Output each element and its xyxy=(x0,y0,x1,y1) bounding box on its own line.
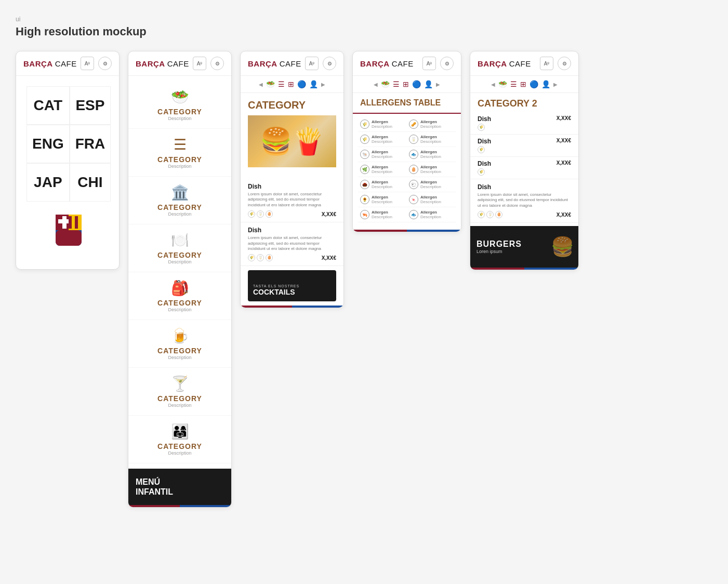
category-desc-2: Description xyxy=(168,164,191,169)
allergen-item-7: 🌿 AllergenDescription xyxy=(358,162,407,177)
nav-prev[interactable]: ◀ xyxy=(259,82,263,87)
accessibility-icon-s5[interactable]: Aᵍ xyxy=(540,57,553,70)
dish-row-price-3: X,XX€ xyxy=(557,160,571,166)
dish-row-name-2: Dish xyxy=(478,138,552,145)
cocktail-small-text: TASTA ELS NOSTRES xyxy=(253,284,331,288)
dish-name-1: Dish xyxy=(248,183,336,190)
lang-fra[interactable]: FRA xyxy=(70,125,111,163)
allergen-text-5: AllergenDescription xyxy=(372,150,392,159)
allergen-icon-3: 🌾 xyxy=(360,135,369,144)
allergen-dot-1b: 🥛 xyxy=(257,210,264,218)
nav-next-s5[interactable]: ▶ xyxy=(553,82,558,87)
nav-icon-s5-3[interactable]: ⊞ xyxy=(520,80,526,88)
lang-cat[interactable]: CAT xyxy=(27,86,70,125)
allergen-item-5: 🐚 AllergenDescription xyxy=(358,147,407,162)
nav-icon-s4-4[interactable]: 🔵 xyxy=(412,80,421,88)
nav-icon-s5-1[interactable]: 🥗 xyxy=(498,80,507,88)
brand-logo-s5: BARÇA CAFE xyxy=(478,59,531,68)
category-icon-3: 🏛️ xyxy=(171,184,189,201)
category-item-4[interactable]: 🍽️ CATEGORY Description xyxy=(128,224,231,272)
nav-next[interactable]: ▶ xyxy=(321,82,325,87)
nav-icon-4[interactable]: 🔵 xyxy=(297,80,306,88)
allergen-text-6: AllergenDescription xyxy=(420,150,441,159)
nav-icon-5[interactable]: 👤 xyxy=(309,80,318,88)
category-name-5: CATEGORY xyxy=(157,299,202,307)
settings-icon-s2[interactable]: ⚙ xyxy=(210,57,224,70)
allergen-icon-7: 🌿 xyxy=(360,165,369,174)
nav-icon-2[interactable]: ☰ xyxy=(278,80,285,88)
dish-entry-full[interactable]: Dish Lorem ipsum dolor sit amet, consect… xyxy=(470,179,578,223)
category-item-7[interactable]: 🍸 CATEGORY Description xyxy=(128,368,231,416)
nav-prev-s4[interactable]: ◀ xyxy=(374,82,378,87)
accessibility-icon[interactable]: Aᵍ xyxy=(81,57,94,70)
settings-icon-s3[interactable]: ⚙ xyxy=(323,57,336,70)
category-name-1: CATEGORY xyxy=(157,108,202,116)
nav-prev-s5[interactable]: ◀ xyxy=(491,82,495,87)
allergen-text-8: AllergenDescription xyxy=(420,165,441,174)
category-item-8[interactable]: 👨‍👩‍👧 CATEGORY Description xyxy=(128,416,231,463)
category-item-1[interactable]: 🥗 CATEGORY Description xyxy=(128,81,231,129)
accessibility-icon-s4[interactable]: Aᵍ xyxy=(422,57,436,70)
category-name-2: CATEGORY xyxy=(157,155,202,164)
burgers-banner[interactable]: BURGERS Loren ipsum 🍔 xyxy=(470,226,578,268)
dish-row-1-left: Dish 🌾 xyxy=(478,115,552,131)
svg-rect-8 xyxy=(75,216,78,229)
dish-full-name: Dish xyxy=(478,183,571,191)
allergen-dot-1a: 🌾 xyxy=(248,210,255,218)
allergen-icon-10: 🐑 xyxy=(409,180,418,189)
nav-icon-s5-5[interactable]: 👤 xyxy=(541,80,550,88)
category-desc-6: Description xyxy=(168,355,191,360)
dish-row-1[interactable]: Dish 🌾 X,XX€ xyxy=(470,112,578,135)
allergen-text-3: AllergenDescription xyxy=(372,135,392,144)
screen2-header: BARÇA CAFE Aᵍ ⚙ xyxy=(128,51,231,76)
allergen-text-7: AllergenDescription xyxy=(372,165,392,174)
nav-icon-s4-5[interactable]: 👤 xyxy=(424,80,433,88)
accessibility-icon-s2[interactable]: Aᵍ xyxy=(193,57,206,70)
brand-cafe-s4: CAFE xyxy=(392,59,414,68)
dish-full-allergens: 🌾 🥛 🥚 xyxy=(478,211,502,218)
lang-chi[interactable]: CHI xyxy=(70,163,111,202)
dish-full-price: X,XX€ xyxy=(557,212,571,218)
settings-icon-s5[interactable]: ⚙ xyxy=(558,57,571,70)
cocktail-big-text: COCKTAILS xyxy=(253,288,331,296)
accessibility-icon-s3[interactable]: Aᵍ xyxy=(305,57,319,70)
category2-title: CATEGORY 2 xyxy=(470,93,578,112)
allergen-dot-r2a: 🌾 xyxy=(478,146,485,153)
settings-icon-s4[interactable]: ⚙ xyxy=(440,57,454,70)
category-item-5[interactable]: 🎒 CATEGORY Description xyxy=(128,272,231,320)
dish-entry-2[interactable]: Dish Lorem ipsum dolor sit amet, consect… xyxy=(241,222,343,266)
category-item-2[interactable]: ☰ CATEGORY Description xyxy=(128,129,231,177)
category-item-6[interactable]: 🍺 CATEGORY Description xyxy=(128,320,231,368)
lang-jap[interactable]: JAP xyxy=(27,163,70,202)
menu-infantil-banner[interactable]: MENÚ INFANTIL xyxy=(128,469,231,505)
lang-esp[interactable]: ESP xyxy=(70,86,111,125)
nav-icon-s5-2[interactable]: ☰ xyxy=(510,80,517,88)
header-icons-s1: Aᵍ ⚙ xyxy=(81,57,112,70)
screen1-header: BARÇA CAFE Aᵍ ⚙ xyxy=(16,51,119,76)
nav-next-s4[interactable]: ▶ xyxy=(436,82,440,87)
footer-stripe-s5 xyxy=(470,268,578,270)
nav-icon-1[interactable]: 🥗 xyxy=(266,80,275,88)
allergen-text-1: AllergenDescription xyxy=(372,120,392,129)
cocktails-banner[interactable]: TASTA ELS NOSTRES COCKTAILS xyxy=(248,270,336,301)
allergen-icon-1: 🌾 xyxy=(360,120,369,129)
lang-eng[interactable]: ENG xyxy=(27,125,70,163)
footer-stripe-s3 xyxy=(241,306,343,308)
nav-icon-s5-4[interactable]: 🔵 xyxy=(530,80,538,88)
dish-entry-1[interactable]: Dish Lorem ipsum dolor sit amet, consect… xyxy=(241,179,343,222)
allergen-item-13: 🦐 AllergenDescription xyxy=(358,207,407,222)
screen-categories: BARÇA CAFE Aᵍ ⚙ 🥗 CATEGORY Description ☰… xyxy=(128,51,232,508)
dish-row-2-left: Dish 🌾 xyxy=(478,138,552,153)
category-name-4: CATEGORY xyxy=(157,251,202,259)
category-list: 🥗 CATEGORY Description ☰ CATEGORY Descri… xyxy=(128,76,231,469)
settings-icon[interactable]: ⚙ xyxy=(98,57,112,70)
dish-row-3[interactable]: Dish 🌾 X,XX€ xyxy=(470,157,578,179)
nav-icon-s4-2[interactable]: ☰ xyxy=(393,80,400,88)
allergen-icon-14: 🐟 xyxy=(409,210,418,219)
allergen-item-6: 🐟 AllergenDescription xyxy=(407,147,456,162)
nav-icon-s4-3[interactable]: ⊞ xyxy=(403,80,409,88)
category-item-3[interactable]: 🏛️ CATEGORY Description xyxy=(128,177,231,224)
nav-icon-3[interactable]: ⊞ xyxy=(288,80,294,88)
dish-row-2[interactable]: Dish 🌾 X,XX€ xyxy=(470,135,578,157)
nav-icon-s4-1[interactable]: 🥗 xyxy=(381,80,390,88)
